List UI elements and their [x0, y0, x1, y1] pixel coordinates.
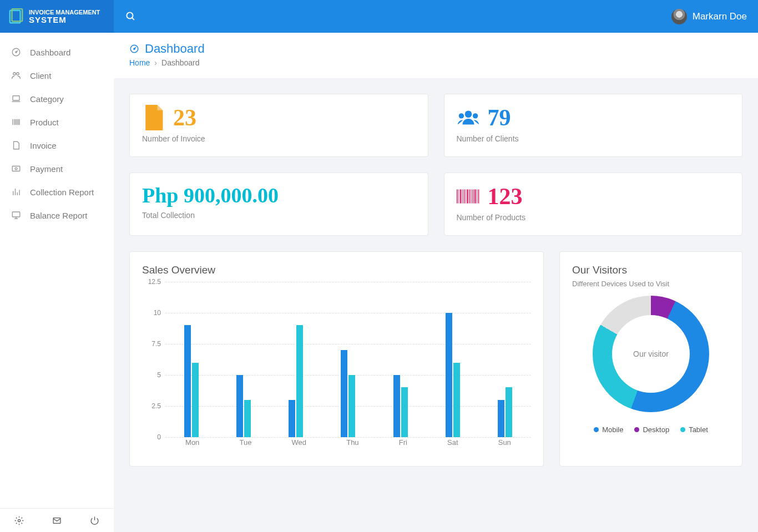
bar	[289, 400, 295, 437]
stat-card-collection: Php 900,000.00 Total Collection	[129, 173, 428, 236]
sidebar-item-balance-report[interactable]: Balance Report	[0, 204, 114, 227]
gauge-icon	[129, 44, 139, 54]
svg-rect-8	[13, 96, 19, 100]
svg-rect-23	[462, 189, 463, 203]
svg-rect-25	[465, 189, 466, 203]
stat-value: Php 900,000.00	[142, 183, 416, 207]
sales-overview-card: Sales Overview 02.557.51012.5 MonTueWedT…	[129, 251, 544, 467]
sidebar-item-payment[interactable]: Payment	[0, 157, 114, 180]
nav-label: Client	[30, 71, 51, 80]
chart-title: Sales Overview	[142, 264, 531, 276]
bar-group	[289, 325, 303, 437]
chart-subtitle: Different Devices Used to Visit	[572, 280, 730, 288]
legend-item-desktop[interactable]: Desktop	[634, 425, 669, 434]
users-icon	[457, 105, 480, 130]
avatar	[671, 9, 687, 24]
stat-value: 23	[173, 104, 196, 131]
display-icon	[10, 210, 22, 220]
x-label: Fri	[399, 438, 407, 447]
svg-rect-27	[469, 189, 470, 203]
logo-icon	[8, 8, 24, 25]
stat-card-invoice: 23 Number of Invoice	[129, 94, 428, 157]
logo[interactable]: INVOICE MANAGEMENT SYSTEM	[0, 0, 114, 33]
svg-point-19	[472, 113, 477, 118]
breadcrumb-home[interactable]: Home	[129, 58, 150, 67]
stat-value: 123	[488, 183, 523, 210]
bar	[192, 363, 199, 437]
nav-label: Balance Report	[30, 211, 87, 220]
sidebar-item-product[interactable]: Product	[0, 110, 114, 134]
logo-text: INVOICE MANAGEMENT SYSTEM	[29, 9, 100, 24]
bar	[184, 325, 191, 437]
bar	[341, 350, 347, 437]
svg-rect-11	[12, 212, 20, 217]
donut-chart: Our visitor	[593, 296, 709, 412]
content: 23 Number of Invoice 79 Number of Client…	[114, 78, 758, 482]
nav: DashboardClientCategoryProductInvoicePay…	[0, 33, 114, 482]
bar	[506, 387, 512, 437]
bar	[296, 325, 303, 437]
x-label: Sun	[498, 438, 511, 447]
search-icon	[125, 11, 136, 22]
sidebar-item-client[interactable]: Client	[0, 64, 114, 87]
bar	[348, 375, 355, 437]
top-header: INVOICE MANAGEMENT SYSTEM Markarn Doe	[0, 0, 758, 33]
svg-point-6	[13, 73, 16, 75]
svg-line-3	[132, 18, 134, 20]
legend-item-tablet[interactable]: Tablet	[680, 425, 708, 434]
x-label: Thu	[346, 438, 358, 447]
bar	[453, 363, 460, 437]
sidebar-item-dashboard[interactable]: Dashboard	[0, 40, 114, 64]
svg-point-7	[17, 73, 19, 75]
legend: Mobile Desktop Tablet	[594, 425, 708, 434]
stat-card-clients: 79 Number of Clients	[444, 94, 743, 157]
main: Dashboard Home › Dashboard 23 Number of …	[114, 33, 758, 482]
stat-label: Number of Products	[457, 213, 730, 222]
stat-card-products: 123 Number of Products	[444, 173, 743, 236]
bar	[446, 313, 452, 437]
x-label: Mon	[185, 438, 199, 447]
nav-label: Invoice	[30, 141, 57, 150]
svg-point-2	[127, 12, 133, 18]
legend-item-mobile[interactable]: Mobile	[594, 425, 623, 434]
visitors-card: Our Visitors Different Devices Used to V…	[559, 251, 742, 467]
svg-rect-24	[463, 189, 464, 203]
chevron-right-icon: ›	[154, 58, 157, 67]
svg-point-16	[134, 48, 135, 49]
bar-group	[184, 325, 199, 437]
page-header: Dashboard Home › Dashboard	[114, 33, 758, 78]
barcode-icon	[10, 117, 22, 127]
money-icon	[10, 164, 22, 174]
sidebar-item-collection-report[interactable]: Collection Report	[0, 180, 114, 204]
bar-chart: 02.557.51012.5 MonTueWedThuFriSatSun	[142, 282, 531, 454]
bar-group	[446, 313, 460, 437]
search-button[interactable]	[124, 10, 137, 23]
nav-label: Payment	[30, 164, 63, 174]
svg-rect-32	[478, 189, 479, 203]
svg-rect-20	[457, 189, 458, 203]
nav-label: Product	[30, 118, 59, 127]
stat-label: Total Collection	[142, 211, 416, 220]
bar-group	[393, 375, 408, 437]
donut-center: Our visitor	[612, 315, 690, 393]
svg-rect-9	[12, 166, 20, 171]
nav-label: Collection Report	[30, 188, 94, 197]
stat-label: Number of Clients	[457, 134, 730, 143]
laptop-icon	[10, 94, 22, 104]
bar-group	[498, 387, 512, 437]
svg-point-10	[15, 168, 17, 170]
user-menu[interactable]: Markarn Doe	[671, 9, 747, 24]
page-title: Dashboard	[145, 42, 205, 56]
bar	[393, 375, 400, 437]
file-icon	[10, 140, 22, 150]
bar	[236, 375, 243, 437]
svg-rect-29	[472, 189, 473, 203]
breadcrumb-current: Dashboard	[161, 58, 200, 67]
bar-chart-icon	[10, 187, 22, 197]
stat-label: Number of Invoice	[142, 134, 416, 143]
svg-point-17	[464, 110, 472, 118]
sidebar-item-invoice[interactable]: Invoice	[0, 134, 114, 157]
sidebar-item-category[interactable]: Category	[0, 87, 114, 110]
x-label: Sat	[447, 438, 458, 447]
bar-group	[341, 350, 355, 437]
